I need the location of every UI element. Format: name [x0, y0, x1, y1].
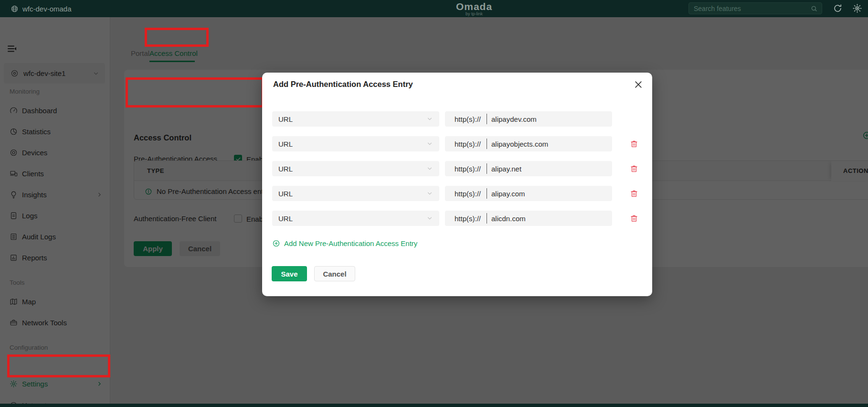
- delete-entry-trash-icon[interactable]: [630, 139, 638, 148]
- url-prefix: http(s)://: [455, 214, 481, 223]
- delete-entry-trash-icon[interactable]: [630, 164, 638, 173]
- modal-cancel-button[interactable]: Cancel: [314, 266, 355, 281]
- annotation-box-access-control-tab: [145, 28, 209, 47]
- url-input-group: http(s)://: [445, 161, 612, 176]
- type-select[interactable]: URL: [272, 211, 439, 226]
- omada-logo: Omada by tp-link: [456, 1, 492, 16]
- url-prefix: http(s)://: [455, 190, 481, 198]
- url-prefix: http(s)://: [455, 115, 481, 123]
- url-input-group: http(s)://: [445, 186, 612, 201]
- add-pre-auth-entry-modal: Add Pre-Authentication Access Entry URL …: [262, 73, 652, 296]
- url-input[interactable]: [487, 115, 612, 123]
- url-input-group: http(s)://: [445, 136, 612, 151]
- plus-circle-icon: [272, 239, 280, 247]
- omada-app: wfc-dev-omada Omada by tp-link: [0, 0, 868, 407]
- url-input-group: http(s)://: [445, 211, 612, 226]
- bottom-bar: [0, 404, 868, 407]
- light-mode-sun-icon[interactable]: [852, 3, 863, 14]
- url-input[interactable]: [487, 214, 612, 223]
- url-input[interactable]: [487, 140, 612, 148]
- url-input-group: http(s)://: [445, 111, 612, 127]
- close-icon[interactable]: [634, 80, 643, 89]
- save-button[interactable]: Save: [272, 266, 307, 281]
- type-select[interactable]: URL: [272, 111, 439, 127]
- type-select[interactable]: URL: [272, 161, 439, 176]
- add-new-entry-link[interactable]: Add New Pre-Authentication Access Entry: [272, 239, 417, 247]
- refresh-icon[interactable]: [833, 3, 843, 13]
- search-features-box: [688, 2, 822, 14]
- annotation-box-pre-auth-access: [126, 77, 264, 107]
- globe-icon: [11, 5, 19, 13]
- chevron-down-icon: [426, 116, 433, 122]
- delete-entry-trash-icon[interactable]: [630, 189, 638, 198]
- url-prefix: http(s)://: [455, 140, 481, 148]
- url-input[interactable]: [487, 190, 612, 198]
- chevron-down-icon: [426, 215, 433, 222]
- url-prefix: http(s)://: [455, 165, 481, 173]
- url-input[interactable]: [487, 165, 612, 173]
- chevron-down-icon: [426, 140, 433, 147]
- type-select[interactable]: URL: [272, 136, 439, 151]
- annotation-box-settings: [7, 354, 110, 377]
- search-input[interactable]: [689, 5, 810, 12]
- controller-name: wfc-dev-omada: [22, 5, 72, 13]
- top-bar: wfc-dev-omada Omada by tp-link: [0, 0, 868, 17]
- search-icon[interactable]: [810, 5, 818, 12]
- chevron-down-icon: [426, 190, 433, 197]
- chevron-down-icon: [426, 165, 433, 172]
- type-select[interactable]: URL: [272, 186, 439, 201]
- modal-title: Add Pre-Authentication Access Entry: [273, 80, 413, 89]
- delete-entry-trash-icon[interactable]: [630, 214, 638, 223]
